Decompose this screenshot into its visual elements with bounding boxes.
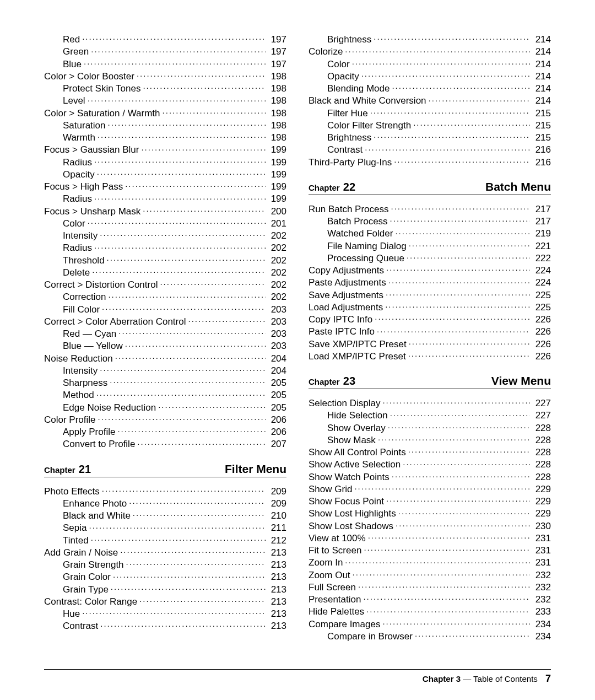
toc-entry[interactable]: Warmth198 <box>44 131 286 143</box>
toc-entry[interactable]: Show Lost Shadows230 <box>309 520 551 532</box>
toc-entry[interactable]: Grain Type213 <box>44 583 286 595</box>
toc-entry[interactable]: Red197 <box>44 33 286 45</box>
toc-entry-page: 211 <box>268 522 286 534</box>
toc-entry[interactable]: Hide Palettes233 <box>309 605 551 617</box>
toc-entry[interactable]: Correct > Color Aberration Control203 <box>44 315 286 327</box>
toc-entry[interactable]: Paste Adjustments224 <box>309 276 551 288</box>
toc-entry[interactable]: Black and White Conversion214 <box>309 94 551 106</box>
toc-entry[interactable]: Color > Color Booster198 <box>44 70 286 82</box>
toc-entry[interactable]: Third-Party Plug-Ins216 <box>309 156 551 168</box>
toc-entry[interactable]: Add Grain / Noise213 <box>44 546 286 558</box>
toc-entry[interactable]: Saturation198 <box>44 119 286 131</box>
toc-entry[interactable]: Contrast213 <box>44 620 286 632</box>
toc-entry[interactable]: Run Batch Process217 <box>309 203 551 215</box>
toc-entry[interactable]: Grain Strength213 <box>44 558 286 570</box>
toc-entry-page: 212 <box>268 535 286 546</box>
toc-entry[interactable]: Correct > Distortion Control202 <box>44 278 286 290</box>
toc-entry[interactable]: Apply Profile206 <box>44 426 286 438</box>
toc-entry[interactable]: Contrast: Color Range213 <box>44 595 286 607</box>
toc-entry[interactable]: Copy Adjustments224 <box>309 264 551 276</box>
toc-entry[interactable]: Correction202 <box>44 290 286 303</box>
toc-entry[interactable]: Convert to Profile207 <box>44 438 286 450</box>
toc-entry[interactable]: Color201 <box>44 217 286 229</box>
toc-entry[interactable]: Brightness214 <box>309 33 551 45</box>
toc-entry[interactable]: Tinted212 <box>44 534 286 546</box>
toc-entry[interactable]: Grain Color213 <box>44 570 286 583</box>
toc-entry[interactable]: Filter Hue215 <box>309 107 551 119</box>
toc-entry[interactable]: Color214 <box>309 58 551 70</box>
toc-entry[interactable]: Show Focus Point229 <box>309 495 551 507</box>
toc-entry[interactable]: Radius202 <box>44 241 286 254</box>
toc-entry[interactable]: Color > Saturation / Warmth198 <box>44 107 286 119</box>
toc-entry[interactable]: File Naming Dialog221 <box>309 240 551 252</box>
toc-entry[interactable]: Radius199 <box>44 156 286 168</box>
toc-entry[interactable]: Color Filter Strength215 <box>309 119 551 131</box>
toc-entry[interactable]: Focus > Unsharp Mask200 <box>44 205 286 217</box>
toc-entry[interactable]: Intensity204 <box>44 364 286 376</box>
toc-entry[interactable]: Show Lost Highlights229 <box>309 507 551 519</box>
toc-entry[interactable]: Opacity199 <box>44 168 286 180</box>
toc-entry[interactable]: Blue197 <box>44 58 286 70</box>
toc-entry[interactable]: Selection Display227 <box>309 397 551 409</box>
toc-entry[interactable]: Save XMP/IPTC Preset226 <box>309 338 551 350</box>
toc-entry[interactable]: Zoom In231 <box>309 556 551 568</box>
toc-entry[interactable]: Level198 <box>44 94 286 106</box>
toc-dots <box>409 338 530 347</box>
toc-entry[interactable]: Compare Images234 <box>309 618 551 630</box>
toc-entry[interactable]: Edge Noise Reduction205 <box>44 401 286 413</box>
toc-entry[interactable]: Compare in Browser234 <box>309 630 551 642</box>
toc-entry[interactable]: Full Screen232 <box>309 581 551 593</box>
toc-entry[interactable]: Threshold202 <box>44 254 286 266</box>
toc-entry[interactable]: Processing Queue222 <box>309 252 551 264</box>
toc-entry[interactable]: Contrast216 <box>309 143 551 155</box>
toc-entry[interactable]: Zoom Out232 <box>309 569 551 581</box>
toc-entry[interactable]: Delete202 <box>44 266 286 278</box>
toc-entry[interactable]: Enhance Photo209 <box>44 497 286 509</box>
toc-entry-page: 229 <box>532 508 551 519</box>
toc-entry[interactable]: Black and White210 <box>44 509 286 521</box>
toc-dots <box>98 131 266 141</box>
toc-entry[interactable]: Fill Color203 <box>44 303 286 315</box>
toc-entry[interactable]: View at 100%231 <box>309 532 551 544</box>
toc-entry[interactable]: Hue213 <box>44 607 286 620</box>
toc-entry[interactable]: Load XMP/IPTC Preset226 <box>309 350 551 362</box>
toc-entry[interactable]: Color Profile206 <box>44 413 286 426</box>
toc-entry[interactable]: Save Adjustments225 <box>309 289 551 301</box>
toc-entry-label: Enhance Photo <box>63 498 127 509</box>
toc-entry[interactable]: Noise Reduction204 <box>44 352 286 364</box>
toc-entry[interactable]: Show Grid229 <box>309 483 551 495</box>
toc-entry[interactable]: Show Mask228 <box>309 434 551 446</box>
toc-entry[interactable]: Sharpness205 <box>44 376 286 389</box>
toc-entry[interactable]: Red — Cyan203 <box>44 327 286 340</box>
toc-entry[interactable]: Show Overlay228 <box>309 422 551 434</box>
toc-entry[interactable]: Load Adjustments225 <box>309 301 551 313</box>
toc-entry[interactable]: Blending Mode214 <box>309 82 551 94</box>
toc-entry[interactable]: Show All Control Points228 <box>309 446 551 458</box>
toc-entry[interactable]: Brightness215 <box>309 131 551 143</box>
toc-entry[interactable]: Focus > High Pass199 <box>44 180 286 192</box>
toc-entry[interactable]: Focus > Gaussian Blur199 <box>44 143 286 155</box>
toc-entry[interactable]: Intensity202 <box>44 229 286 241</box>
toc-entry[interactable]: Show Watch Points228 <box>309 471 551 483</box>
toc-entry-label: Add Grain / Noise <box>44 547 118 558</box>
toc-entry[interactable]: Photo Effects209 <box>44 485 286 497</box>
toc-entry[interactable]: Copy IPTC Info226 <box>309 313 551 325</box>
toc-dots <box>415 630 530 639</box>
toc-entry[interactable]: Hide Selection227 <box>309 409 551 421</box>
toc-entry[interactable]: Watched Folder219 <box>309 227 551 239</box>
toc-entry[interactable]: Sepia211 <box>44 521 286 534</box>
toc-entry[interactable]: Paste IPTC Info226 <box>309 325 551 337</box>
toc-entry[interactable]: Method205 <box>44 389 286 401</box>
toc-entry[interactable]: Radius199 <box>44 192 286 204</box>
toc-entry[interactable]: Opacity214 <box>309 70 551 82</box>
toc-entry-page: 198 <box>268 95 286 106</box>
toc-entry[interactable]: Protect Skin Tones198 <box>44 82 286 94</box>
toc-entry[interactable]: Batch Process217 <box>309 215 551 227</box>
toc-entry[interactable]: Green197 <box>44 45 286 57</box>
toc-entry[interactable]: Presentation232 <box>309 593 551 605</box>
toc-entry[interactable]: Show Active Selection228 <box>309 458 551 470</box>
toc-entry[interactable]: Blue — Yellow203 <box>44 340 286 352</box>
toc-entry[interactable]: Fit to Screen231 <box>309 544 551 556</box>
toc-entry[interactable]: Colorize214 <box>309 45 551 57</box>
toc-entry-label: Focus > Unsharp Mask <box>44 206 140 217</box>
